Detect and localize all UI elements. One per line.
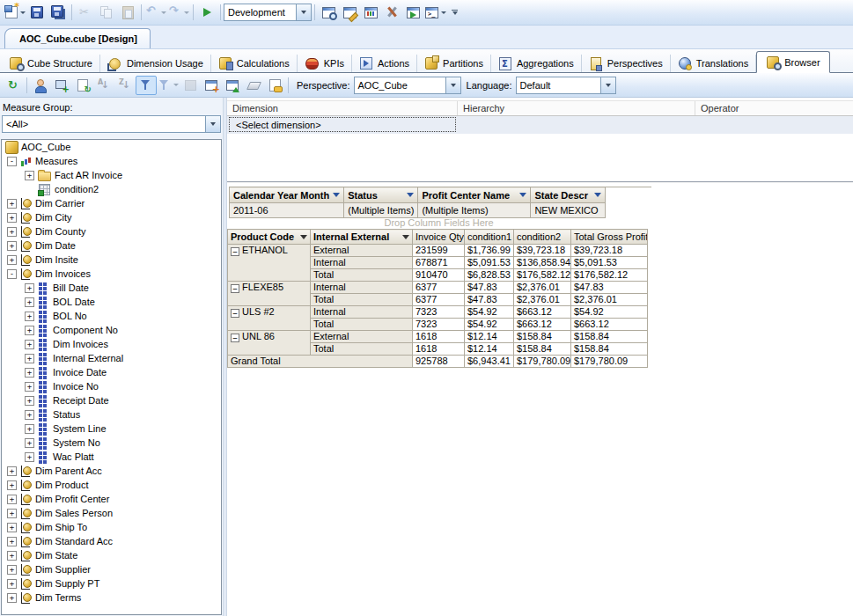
tab-cube-structure[interactable]: Cube Structure <box>2 55 100 72</box>
autofilter-button[interactable] <box>136 76 157 95</box>
drillthrough-button[interactable] <box>180 76 201 95</box>
tree-item-dim-invoices[interactable]: +Dim Invoices <box>2 337 221 351</box>
combo-dropdown-button[interactable] <box>600 77 615 93</box>
column-header-internal-external[interactable]: Internal External <box>311 230 413 245</box>
sort-ascending-button[interactable] <box>93 76 114 95</box>
tree-item-dim-invoices[interactable]: -Dim Invoices <box>2 267 221 281</box>
tree-item-system-line[interactable]: +System Line <box>2 422 221 436</box>
tree-item-aoc-cube[interactable]: AOC_Cube <box>2 140 221 154</box>
expand-icon[interactable]: + <box>7 565 17 575</box>
combo-dropdown-button[interactable] <box>205 116 220 132</box>
redo-button[interactable] <box>167 3 190 22</box>
tree-item-dim-county[interactable]: +Dim County <box>2 224 221 238</box>
expand-icon[interactable]: + <box>7 495 17 504</box>
filter-dropdown-icon[interactable] <box>300 235 307 239</box>
expand-icon[interactable]: + <box>25 171 34 180</box>
tree-item-dim-product[interactable]: +Dim Product <box>2 478 221 492</box>
process-button[interactable] <box>51 76 72 95</box>
expand-icon[interactable]: + <box>7 593 17 603</box>
measure-group-combo[interactable]: <All> <box>2 115 221 133</box>
expand-icon[interactable]: + <box>25 354 34 363</box>
expand-icon[interactable]: + <box>25 326 34 335</box>
tree-item-bol-date[interactable]: +BOL Date <box>2 295 221 309</box>
collapse-icon[interactable]: − <box>231 334 239 342</box>
expand-icon[interactable]: + <box>7 241 17 251</box>
show-filter-button[interactable] <box>157 76 180 95</box>
expand-icon[interactable]: + <box>7 255 17 265</box>
refresh-button[interactable] <box>72 76 93 95</box>
change-user-button[interactable] <box>30 76 51 95</box>
tools-button[interactable] <box>381 3 402 22</box>
tree-item-dim-ship-to[interactable]: +Dim Ship To <box>2 520 221 534</box>
filter-field-calendar-year-month[interactable]: Calendar Year Month <box>230 187 344 203</box>
toolbar-options-button[interactable] <box>449 4 460 21</box>
tab-browser[interactable]: Browser <box>756 51 829 73</box>
solution-configuration-combo[interactable]: Development <box>224 4 312 21</box>
collapse-icon[interactable]: − <box>231 247 239 256</box>
tree-item-dim-profit-center[interactable]: +Dim Profit Center <box>2 492 221 506</box>
reconnect-button[interactable] <box>3 76 24 95</box>
collapse-icon[interactable]: - <box>7 157 17 166</box>
tree-item-bill-date[interactable]: +Bill Date <box>2 281 221 295</box>
filter-field-status[interactable]: Status <box>344 187 418 203</box>
tree-item-status[interactable]: +Status <box>2 407 221 422</box>
tree-item-system-no[interactable]: +System No <box>2 436 221 450</box>
expand-icon[interactable]: + <box>25 424 34 434</box>
tree-item-dim-sales-person[interactable]: +Dim Sales Person <box>2 506 221 520</box>
properties-window-button[interactable] <box>339 3 360 22</box>
expand-icon[interactable]: + <box>25 340 34 349</box>
tree-item-dim-city[interactable]: +Dim City <box>2 210 221 224</box>
tree-item-fact-ar-invoice[interactable]: +Fact AR Invoice <box>2 168 221 182</box>
tree-item-dim-supply-pt[interactable]: +Dim Supply PT <box>2 576 221 590</box>
expand-icon[interactable]: + <box>7 227 17 237</box>
tree-item-dim-terms[interactable]: +Dim Terms <box>2 590 221 605</box>
tree-item-dim-date[interactable]: +Dim Date <box>2 238 221 253</box>
expand-icon[interactable]: + <box>7 199 17 209</box>
perspective-combo[interactable]: AOC_Cube <box>354 77 461 94</box>
sort-descending-button[interactable] <box>114 76 136 95</box>
filter-dropdown-icon[interactable] <box>407 193 414 197</box>
expand-icon[interactable]: + <box>7 466 17 476</box>
filter-dropdown-icon[interactable] <box>519 193 526 197</box>
tree-item-condition2[interactable]: condition2 <box>2 182 221 196</box>
tab-partitions[interactable]: Partitions <box>417 55 491 72</box>
tree-item-dim-state[interactable]: +Dim State <box>2 548 221 562</box>
command-window-button[interactable] <box>423 3 447 22</box>
expand-icon[interactable]: + <box>25 297 34 307</box>
filter-dropdown-icon[interactable] <box>402 235 409 239</box>
tree-item-dim-supplier[interactable]: +Dim Supplier <box>2 562 221 576</box>
cut-button[interactable] <box>75 3 96 22</box>
tree-item-invoice-no[interactable]: +Invoice No <box>2 379 221 393</box>
new-item-button[interactable] <box>4 3 26 22</box>
collapse-icon[interactable]: − <box>231 284 239 293</box>
tab-kpis[interactable]: KPIs <box>298 55 352 72</box>
object-browser-button[interactable] <box>360 3 381 22</box>
language-combo[interactable]: Default <box>516 77 616 94</box>
tree-item-receipt-date[interactable]: +Receipt Date <box>2 393 221 407</box>
filter-field-state-descr[interactable]: State Descr <box>531 187 606 203</box>
copy-button[interactable] <box>96 3 117 22</box>
collapse-icon[interactable]: − <box>231 309 239 318</box>
expand-icon[interactable]: + <box>7 579 17 589</box>
tree-item-wac-platt[interactable]: +Wac Platt <box>2 450 221 464</box>
expand-icon[interactable]: + <box>7 213 17 223</box>
clear-results-button[interactable] <box>243 76 264 95</box>
combo-dropdown-button[interactable] <box>445 77 460 93</box>
expand-icon[interactable]: + <box>7 551 17 561</box>
expand-icon[interactable]: + <box>25 452 34 462</box>
select-dimension-cell[interactable]: <Select dimension> <box>229 117 456 132</box>
expand-icon[interactable]: + <box>25 438 34 448</box>
document-tab[interactable]: AOC_Cube.cube [Design] <box>4 28 151 48</box>
filter-dropdown-icon[interactable] <box>333 193 340 197</box>
filter-field-profit-center-name[interactable]: Profit Center Name <box>418 187 531 203</box>
tab-aggregations[interactable]: Aggregations <box>491 55 582 72</box>
expand-icon[interactable]: + <box>25 382 34 392</box>
tree-item-dim-parent-acc[interactable]: +Dim Parent Acc <box>2 464 221 478</box>
combo-dropdown-button[interactable] <box>296 4 311 20</box>
tree-item-component-no[interactable]: +Component No <box>2 323 221 337</box>
expand-icon[interactable]: + <box>7 509 17 518</box>
save-all-button[interactable] <box>48 3 69 22</box>
expand-icon[interactable]: + <box>25 283 34 293</box>
expand-icon[interactable]: + <box>25 410 34 420</box>
expand-icon[interactable]: + <box>7 523 17 532</box>
